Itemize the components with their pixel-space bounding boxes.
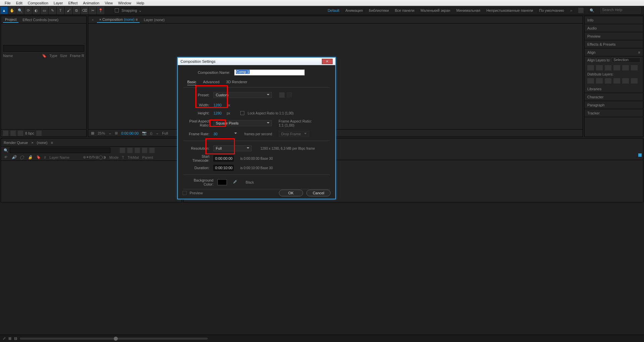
tool-roto-icon[interactable]: ✂ [89, 7, 96, 14]
width-input[interactable]: 1280 [213, 103, 221, 107]
duration-input[interactable]: 0:00:10:00 [213, 165, 234, 171]
menu-edit[interactable]: Edit [13, 1, 25, 5]
preset-delete-icon[interactable] [287, 92, 292, 98]
tool-pen-icon[interactable]: ✎ [49, 7, 56, 14]
align-right-icon[interactable] [605, 65, 611, 70]
tool-brush-icon[interactable]: 🖌 [65, 7, 72, 14]
tab-advanced[interactable]: Advanced [203, 80, 219, 85]
panel-tracker[interactable]: Tracker [585, 109, 643, 117]
toggle-modes-icon[interactable]: ⊟ [14, 336, 17, 341]
menu-composition[interactable]: Composition [25, 1, 51, 5]
workspace-3[interactable]: Все панели [395, 8, 414, 12]
tab-layer[interactable]: Layer (none) [142, 17, 166, 22]
solo-col-icon[interactable]: ◯ [20, 155, 24, 160]
tab-project[interactable]: Project [3, 17, 18, 23]
timeline-layers[interactable] [1, 161, 182, 202]
zoom-slider[interactable] [20, 338, 208, 340]
menu-layer[interactable]: Layer [51, 1, 66, 5]
label-col-icon[interactable]: 🔖 [36, 155, 41, 160]
dist-4-icon[interactable] [613, 78, 620, 84]
bpc-toggle[interactable]: 8 bpc [25, 131, 34, 135]
workspace-1[interactable]: Анимация [345, 8, 363, 12]
timeline-search-input[interactable] [10, 148, 110, 153]
menu-window[interactable]: Window [115, 1, 134, 5]
panel-paragraph[interactable]: Paragraph [585, 101, 643, 109]
res-icon[interactable]: ⊞ [115, 131, 118, 135]
workspace-6[interactable]: Непристыкованные панели [486, 8, 533, 12]
tool-stamp-icon[interactable]: ⧉ [73, 7, 80, 14]
tl-btn5-icon[interactable] [149, 148, 155, 153]
preview-toggle[interactable]: Preview [183, 191, 203, 195]
toggle-switches-icon[interactable]: ⊞ [8, 336, 11, 341]
dist-3-icon[interactable] [605, 78, 611, 84]
preset-dropdown[interactable]: Custom [213, 92, 272, 98]
tl-btn4-icon[interactable] [142, 148, 147, 153]
panel-info[interactable]: Info [585, 16, 643, 24]
zoom-value[interactable]: 25% [98, 131, 105, 135]
workspace-5[interactable]: Минимальная [456, 8, 481, 12]
tool-eraser-icon[interactable]: ⌫ [81, 7, 88, 14]
dialog-titlebar[interactable]: Composition Settings ✕ [178, 58, 335, 65]
menu-animation[interactable]: Animation [80, 1, 102, 5]
workspace-2[interactable]: Библиотеки [369, 8, 389, 12]
tl-btn3-icon[interactable] [135, 148, 140, 153]
menu-file[interactable]: File [2, 1, 13, 5]
panel-libraries[interactable]: Libraries [585, 85, 643, 93]
align-bottom-icon[interactable] [631, 65, 638, 70]
tool-puppet-icon[interactable]: 📍 [97, 7, 104, 14]
dialog-close-button[interactable]: ✕ [322, 59, 333, 64]
timecode-display[interactable]: 0:00:00:00 [121, 131, 139, 135]
tool-select-icon[interactable]: ▲ [0, 7, 8, 14]
eye-col-icon[interactable]: 👁 [4, 155, 8, 160]
interpret-icon[interactable] [3, 131, 8, 136]
res-dropdown[interactable]: Full [213, 145, 252, 151]
workspace-4[interactable]: Маленький экран [420, 8, 450, 12]
tool-orbit-icon[interactable]: ⟳ [24, 7, 32, 14]
res-value[interactable]: Full [162, 131, 168, 135]
ok-button[interactable]: OK [279, 190, 303, 196]
panel-character[interactable]: Character [585, 93, 643, 101]
menu-view[interactable]: View [102, 1, 115, 5]
workspace-7[interactable]: По умолчанию [539, 8, 564, 12]
tab-close-icon[interactable]: × [31, 141, 33, 145]
alpha-icon[interactable]: ▦ [91, 131, 94, 135]
panel-align[interactable]: Align≡ [585, 48, 643, 56]
align-vcenter-icon[interactable] [622, 65, 629, 70]
tool-rect-icon[interactable]: ▭ [41, 7, 48, 14]
tl-btn2-icon[interactable] [127, 148, 133, 153]
snapping-toggle[interactable]: Snapping ⌄ [115, 8, 142, 13]
tab-comp-none[interactable]: (none) [37, 141, 48, 145]
project-body[interactable] [1, 59, 86, 129]
playhead-icon[interactable] [638, 153, 642, 157]
lock-aspect-checkbox[interactable] [240, 111, 244, 115]
tab-composition[interactable]: × Composition (none) ≡ [97, 17, 140, 23]
speaker-col-icon[interactable]: 🔊 [12, 155, 16, 160]
par-dropdown[interactable]: Square Pixels [213, 120, 272, 126]
dist-6-icon[interactable] [631, 78, 638, 84]
dist-1-icon[interactable] [587, 78, 594, 84]
fps-dropdown-icon[interactable] [234, 133, 237, 135]
tool-rotate-icon[interactable]: ◐ [33, 7, 40, 14]
tool-zoom-icon[interactable]: 🔍 [16, 7, 24, 14]
project-search-input[interactable] [3, 45, 84, 52]
eyedropper-icon[interactable]: 💉 [233, 180, 238, 185]
bg-color-swatch[interactable] [217, 179, 227, 185]
align-left-icon[interactable] [587, 65, 594, 70]
preset-save-icon[interactable] [279, 92, 285, 98]
tool-text-icon[interactable]: T [57, 7, 64, 14]
fps-input[interactable]: 30 [213, 132, 223, 136]
lock-col-icon[interactable]: 🔒 [28, 155, 33, 160]
align-top-icon[interactable] [613, 65, 620, 70]
tl-btn1-icon[interactable] [120, 148, 125, 153]
menu-effect[interactable]: Effect [65, 1, 80, 5]
dist-2-icon[interactable] [596, 78, 603, 84]
tab-render-queue[interactable]: Render Queue [4, 141, 28, 145]
camera-icon[interactable]: 📷 [142, 131, 147, 135]
align-to-dropdown[interactable]: Selection [612, 57, 640, 63]
comp-name-input[interactable]: Comp 1 [234, 69, 305, 76]
trash-icon[interactable] [36, 131, 42, 136]
search-help-input[interactable]: Search Help [600, 7, 641, 13]
snapshot-icon[interactable]: ⎙ [150, 131, 152, 135]
tab-effect-controls[interactable]: Effect Controls (none) [20, 17, 60, 22]
tab-close-icon[interactable]: × [90, 18, 95, 22]
